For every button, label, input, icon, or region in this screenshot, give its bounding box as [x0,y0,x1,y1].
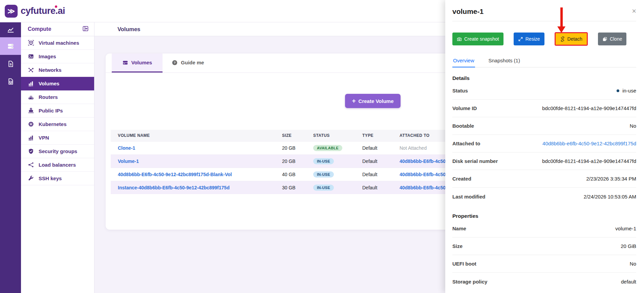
detail-row-last-modified: Last modified 2/24/2026 10:53:05 AM [452,188,636,205]
volume-name-link[interactable]: 40d8b6bb-E6fb-4c50-9e12-42bc899f175d-Bla… [118,172,232,177]
detail-row-storage-policy: Storage policy default [452,273,636,290]
page-title: Volumes [117,26,141,33]
create-volume-button[interactable]: + Create Volume [345,94,400,108]
sidebar-item-vpn[interactable]: VPN [21,131,94,145]
line-chart-icon [7,26,14,34]
highlight-box: Detach [555,32,588,46]
close-icon[interactable]: × [632,7,636,15]
clone-label: Clone [610,36,622,42]
sidebar-item-label: Load balancers [39,162,76,168]
section-heading-details: Details [452,75,636,81]
panel-title: volume-1 [452,7,484,16]
detail-value: default [621,279,636,285]
panel-divider [452,21,636,21]
status-badge: IN-USE [313,171,334,177]
sidebar-item-label: Networks [39,67,62,73]
volume-name-link[interactable]: Volume-1 [118,159,139,164]
wrench-icon [28,175,34,182]
volume-type: Default [362,181,400,194]
panel-sections: Details Status in-use Volume ID bdc00fde… [452,75,636,290]
detail-label: Storage policy [452,279,487,285]
plus-icon: + [352,97,356,105]
svg-text:$: $ [10,62,12,66]
clone-button[interactable]: Clone [598,33,627,45]
volume-type: Default [362,154,400,168]
panel-tabs: OverviewSnapshots (1) [452,55,636,67]
attached-to-link[interactable]: 40d8b6bb-E6fb-4c50- [400,185,447,190]
disk-icon [122,60,128,66]
sidebar-item-networks[interactable]: Networks [21,63,94,77]
rail-item-compute[interactable] [0,37,21,55]
detail-row-attached-to: Attached to 40d8b6bb-e6fb-4c50-9e12-42bc… [452,135,636,152]
detail-label: Bootable [452,123,474,129]
detail-value[interactable]: 40d8b6bb-e6fb-4c50-9e12-42bc899f175d [542,141,636,146]
collapse-sidebar-button[interactable] [82,25,89,33]
sidebar-item-public-ips[interactable]: Public IPs [21,104,94,118]
sidebar-item-kubernetes[interactable]: Kubernetes [21,118,94,131]
resize-label: Resize [525,36,540,42]
sidebar: Compute Virtual machines Images Networks… [21,22,94,293]
panel-title-row: volume-1 × [452,7,636,16]
detail-row-volume-id: Volume ID bdc00fde-8121-4194-a12e-909e14… [452,100,636,117]
sidebar-item-volumes[interactable]: Volumes [21,77,94,90]
volume-name-link[interactable]: Instance-40d8b6bb-E6fb-4c50-9e12-42bc899… [118,185,230,190]
rail-item-documents[interactable] [0,72,21,90]
attached-to-link[interactable]: 40d8b6bb-E6fb-4c50- [400,172,447,177]
detach-button[interactable]: Detach [556,33,587,45]
sidebar-item-label: Images [39,54,56,59]
detail-label: Name [452,226,466,231]
router-icon [28,94,34,100]
detail-label: Last modified [452,194,486,200]
detail-value: 20 GiB [621,243,636,249]
clone-icon [602,37,607,42]
icon-rail: $ [0,22,21,293]
resize-icon [518,37,523,42]
create-snapshot-button[interactable]: Create snapshot [452,33,503,45]
resize-button[interactable]: Resize [514,33,544,45]
tab-guide-me[interactable]: ?Guide me [163,54,213,72]
rail-item-billing[interactable]: $ [0,55,21,72]
doc-dollar-icon: $ [7,60,14,67]
tab-volumes[interactable]: Volumes [112,54,163,72]
volume-type: Default [362,168,400,181]
sidebar-item-ssh-keys[interactable]: SSH keys [21,172,94,185]
sidebar-item-images[interactable]: Images [21,50,94,63]
detail-row-uefi-boot: UEFI boot No [452,255,636,273]
detail-label: Size [452,243,463,249]
attached-to-link[interactable]: 40d8b6bb-E6fb-4c50- [400,159,447,164]
panel-actions: Create snapshot Resize Detach Clone [452,32,636,46]
status-dot-icon [617,89,619,92]
logo-dot [55,5,57,8]
sidebar-item-load-balancers[interactable]: Load balancers [21,158,94,172]
detail-label: Disk serial number [452,158,498,164]
unlink-icon [560,37,565,42]
sidebar-title: Compute [28,26,51,32]
sidebar-item-label: Volumes [39,81,59,86]
sidebar-item-routers[interactable]: Routers [21,90,94,104]
brand-logo[interactable]: ≫ cyfuture.ai [5,5,65,18]
detail-value: 2/24/2026 10:53:05 AM [584,194,636,200]
volume-name-link[interactable]: Clone-1 [118,145,135,151]
detail-row-status: Status in-use [452,82,636,100]
detail-label: UEFI boot [452,261,476,267]
sidebar-item-virtual-machines[interactable]: Virtual machines [21,36,94,50]
create-volume-label: Create Volume [359,98,394,104]
detail-value: No [630,123,636,129]
panel-tab-overview[interactable]: Overview [452,55,475,67]
panel-tab-snapshots-1-[interactable]: Snapshots (1) [488,55,521,67]
sidebar-item-security-groups[interactable]: Security groups [21,145,94,158]
detail-value: volume-1 [615,226,636,231]
volume-size: 40 GB [282,168,313,181]
image-icon [28,53,34,60]
detail-label: Created [452,176,471,182]
sidebar-item-label: Public IPs [39,108,63,113]
detail-row-bootable: Bootable No [452,117,636,135]
status-badge: IN-USE [313,158,334,164]
rail-item-dashboard[interactable] [0,22,21,37]
column-header-volume-name: VOLUME NAME [111,130,282,141]
detail-row-disk-serial-number: Disk serial number bdc00fde-8121-4194-a1… [452,152,636,170]
camera-icon [457,37,462,42]
detail-label: Volume ID [452,105,477,111]
section-heading-properties: Properties [452,213,636,219]
detail-value: bdc00fde-8121-4194-a12e-909e147447fd [542,158,636,164]
